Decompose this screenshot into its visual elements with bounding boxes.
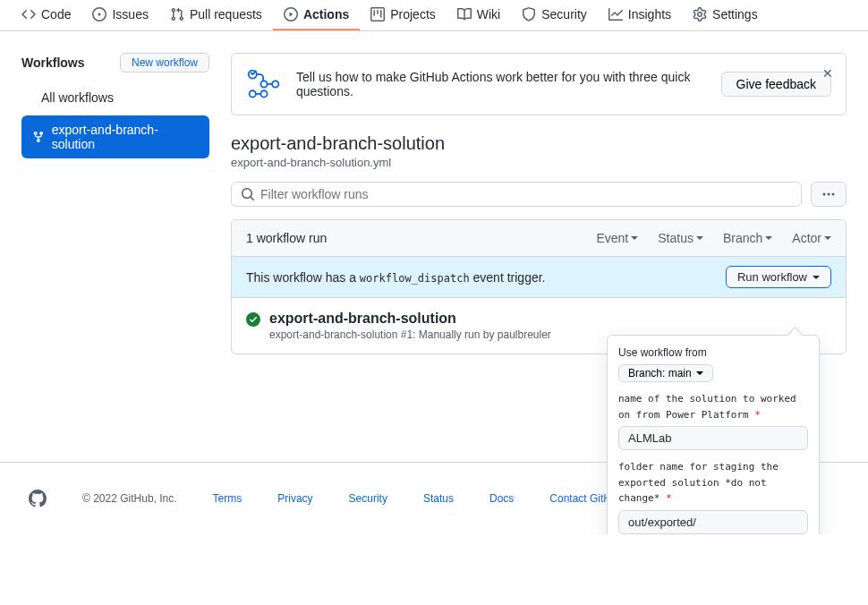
filter-branch[interactable]: Branch <box>723 231 772 245</box>
svg-point-4 <box>260 90 267 97</box>
issue-icon <box>92 7 106 21</box>
search-icon <box>241 187 255 201</box>
tab-insights[interactable]: Insights <box>598 0 682 30</box>
sidebar-item-label: export-and-branch-solution <box>52 123 199 151</box>
field-input-export-folder[interactable] <box>618 510 808 534</box>
close-icon[interactable]: ✕ <box>819 63 837 84</box>
tab-actions[interactable]: Actions <box>273 0 360 30</box>
copyright-text: © 2022 GitHub, Inc. <box>82 492 177 505</box>
give-feedback-button[interactable]: Give feedback <box>721 72 832 97</box>
svg-point-6 <box>828 193 830 196</box>
tab-label: Settings <box>712 7 758 21</box>
svg-point-2 <box>272 81 278 87</box>
tab-label: Wiki <box>477 7 500 21</box>
workflows-sidebar: Workflows New workflow All workflows exp… <box>21 53 209 162</box>
filter-status[interactable]: Status <box>658 231 703 245</box>
book-icon <box>457 7 472 21</box>
caret-down-icon <box>824 236 831 240</box>
tab-label: Issues <box>112 7 148 21</box>
field-label-1: folder name for staging the exported sol… <box>618 459 808 507</box>
code-icon <box>21 7 36 21</box>
run-workflow-dropdown-button[interactable]: Run workflow <box>726 266 831 288</box>
footer-link-security[interactable]: Security <box>349 492 387 505</box>
svg-point-5 <box>823 193 826 196</box>
caret-down-icon <box>696 371 703 375</box>
run-subtitle: export-and-branch-solution #1: Manually … <box>269 328 551 341</box>
workflow-icon <box>32 131 45 143</box>
runs-count: 1 workflow run <box>246 231 327 245</box>
tab-wiki[interactable]: Wiki <box>447 0 511 30</box>
main-content: Tell us how to make GitHub Actions work … <box>231 53 847 354</box>
actions-graph-icon <box>246 66 282 102</box>
svg-point-1 <box>260 81 267 87</box>
popover-heading: Use workflow from <box>618 346 808 359</box>
caret-down-icon <box>631 236 638 240</box>
tab-code[interactable]: Code <box>11 0 81 30</box>
caret-down-icon <box>813 276 820 279</box>
tab-label: Pull requests <box>190 7 262 21</box>
repo-tabs: Code Issues Pull requests Actions Projec… <box>0 0 868 31</box>
github-logo-icon <box>29 490 47 507</box>
caret-down-icon <box>765 236 772 240</box>
workflow-filename: export-and-branch-solution.yml <box>231 156 847 169</box>
project-icon <box>370 7 385 21</box>
svg-point-3 <box>250 90 256 97</box>
tab-security[interactable]: Security <box>511 0 598 30</box>
tab-projects[interactable]: Projects <box>360 0 447 30</box>
sidebar-title: Workflows <box>21 55 85 70</box>
footer-link-status[interactable]: Status <box>423 492 454 505</box>
tab-settings[interactable]: Settings <box>682 0 769 30</box>
sidebar-item-all[interactable]: All workflows <box>21 83 209 112</box>
tab-label: Code <box>41 7 71 21</box>
filter-runs-input[interactable] <box>260 187 792 201</box>
filter-event[interactable]: Event <box>596 231 638 245</box>
filter-actor[interactable]: Actor <box>792 231 831 245</box>
filter-input-wrapper[interactable] <box>231 182 802 207</box>
caret-down-icon <box>696 236 703 240</box>
run-workflow-popover: Use workflow from Branch: main name of t… <box>607 335 820 534</box>
shield-icon <box>522 7 536 21</box>
run-title: export-and-branch-solution <box>269 311 551 327</box>
dispatch-banner: This workflow has a workflow_dispatch ev… <box>232 257 846 298</box>
field-label-0: name of the solution to worked on from P… <box>618 391 808 422</box>
svg-point-7 <box>832 193 835 196</box>
new-workflow-button[interactable]: New workflow <box>120 53 209 72</box>
pr-icon <box>170 7 184 21</box>
tab-label: Projects <box>390 7 436 21</box>
tab-label: Actions <box>303 7 349 21</box>
tab-issues[interactable]: Issues <box>81 0 158 30</box>
workflow-options-button[interactable] <box>811 182 847 207</box>
dispatch-text: This workflow has a workflow_dispatch ev… <box>246 270 545 285</box>
field-input-solution-name[interactable] <box>618 426 808 450</box>
runs-header: 1 workflow run Event Status Branch Actor <box>232 220 846 257</box>
play-icon <box>284 7 298 21</box>
success-check-icon <box>246 312 260 327</box>
gear-icon <box>693 7 707 21</box>
branch-select-button[interactable]: Branch: main <box>618 364 713 382</box>
tab-label: Insights <box>628 7 671 21</box>
footer-link-docs[interactable]: Docs <box>489 492 514 505</box>
feedback-text: Tell us how to make GitHub Actions work … <box>296 70 707 98</box>
graph-icon <box>608 7 623 21</box>
kebab-icon <box>821 187 836 201</box>
sidebar-item-export-and-branch[interactable]: export-and-branch-solution <box>21 115 209 158</box>
tab-pull-requests[interactable]: Pull requests <box>159 0 273 30</box>
footer-link-privacy[interactable]: Privacy <box>277 492 312 505</box>
footer-link-terms[interactable]: Terms <box>213 492 243 505</box>
feedback-banner: Tell us how to make GitHub Actions work … <box>231 53 847 115</box>
workflow-title: export-and-branch-solution <box>231 133 847 154</box>
tab-label: Security <box>541 7 587 21</box>
